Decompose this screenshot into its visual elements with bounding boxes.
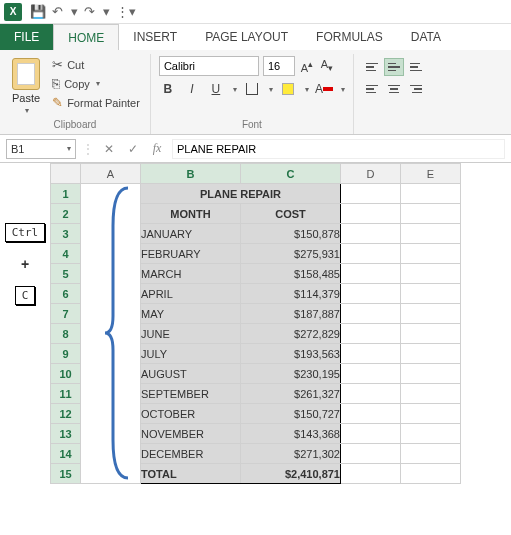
cell-e11[interactable] <box>401 384 461 404</box>
increase-font-button[interactable]: A▴ <box>299 58 315 74</box>
tab-file[interactable]: FILE <box>0 24 53 50</box>
insert-function-button[interactable]: fx <box>148 141 166 156</box>
border-button[interactable] <box>243 80 261 98</box>
cell-e9[interactable] <box>401 344 461 364</box>
row-header-2[interactable]: 2 <box>51 204 81 224</box>
tab-data[interactable]: DATA <box>397 24 455 50</box>
paste-dropdown-icon[interactable]: ▾ <box>25 106 29 115</box>
copy-button[interactable]: ⎘ Copy ▾ <box>50 75 142 92</box>
row-header-6[interactable]: 6 <box>51 284 81 304</box>
cell-month-8[interactable]: JUNE <box>141 324 241 344</box>
cell-total-value[interactable]: $2,410,871 <box>241 464 341 484</box>
cell-d3[interactable] <box>341 224 401 244</box>
cell-month-5[interactable]: MARCH <box>141 264 241 284</box>
cell-e4[interactable] <box>401 244 461 264</box>
row-header-4[interactable]: 4 <box>51 244 81 264</box>
cell-month-9[interactable]: JULY <box>141 344 241 364</box>
row-header-12[interactable]: 12 <box>51 404 81 424</box>
decrease-font-button[interactable]: A▾ <box>319 58 335 74</box>
cell-cost-5[interactable]: $158,485 <box>241 264 341 284</box>
tab-insert[interactable]: INSERT <box>119 24 191 50</box>
redo-dropdown-icon[interactable]: ▾ <box>103 4 110 19</box>
undo-dropdown-icon[interactable]: ▾ <box>71 4 78 19</box>
cell-cost-13[interactable]: $143,368 <box>241 424 341 444</box>
cell-cost-8[interactable]: $272,829 <box>241 324 341 344</box>
cell-e2[interactable] <box>401 204 461 224</box>
paste-button[interactable]: Paste ▾ <box>8 56 44 117</box>
cell-total-label[interactable]: TOTAL <box>141 464 241 484</box>
row-header-9[interactable]: 9 <box>51 344 81 364</box>
cell-cost-6[interactable]: $114,379 <box>241 284 341 304</box>
worksheet-grid[interactable]: A B C D E 1PLANE REPAIR2MONTHCOST3JANUAR… <box>50 163 461 484</box>
name-box[interactable]: B1 ▾ <box>6 139 76 159</box>
font-color-button[interactable]: A <box>315 80 333 98</box>
cell-a1[interactable] <box>81 184 141 484</box>
row-header-8[interactable]: 8 <box>51 324 81 344</box>
cell-month-14[interactable]: DECEMBER <box>141 444 241 464</box>
enter-formula-button[interactable]: ✓ <box>124 142 142 156</box>
font-color-dropdown-icon[interactable]: ▾ <box>341 85 345 94</box>
cell-d9[interactable] <box>341 344 401 364</box>
border-dropdown-icon[interactable]: ▾ <box>269 85 273 94</box>
cell-month-7[interactable]: MAY <box>141 304 241 324</box>
italic-button[interactable]: I <box>183 80 201 98</box>
fill-color-button[interactable] <box>279 80 297 98</box>
col-header-d[interactable]: D <box>341 164 401 184</box>
cell-d4[interactable] <box>341 244 401 264</box>
cell-e6[interactable] <box>401 284 461 304</box>
col-header-a[interactable]: A <box>81 164 141 184</box>
cell-d13[interactable] <box>341 424 401 444</box>
font-name-input[interactable] <box>159 56 259 76</box>
bold-button[interactable]: B <box>159 80 177 98</box>
row-header-3[interactable]: 3 <box>51 224 81 244</box>
cell-d7[interactable] <box>341 304 401 324</box>
cell-d2[interactable] <box>341 204 401 224</box>
align-left-button[interactable] <box>362 80 382 98</box>
col-header-b[interactable]: B <box>141 164 241 184</box>
tab-home[interactable]: HOME <box>53 24 119 50</box>
cell-e1[interactable] <box>401 184 461 204</box>
cancel-formula-button[interactable]: ✕ <box>100 142 118 156</box>
cell-d15[interactable] <box>341 464 401 484</box>
cell-e12[interactable] <box>401 404 461 424</box>
select-all-corner[interactable] <box>51 164 81 184</box>
cell-month-3[interactable]: JANUARY <box>141 224 241 244</box>
cut-button[interactable]: ✂ Cut <box>50 56 142 73</box>
cell-e8[interactable] <box>401 324 461 344</box>
col-header-e[interactable]: E <box>401 164 461 184</box>
row-header-13[interactable]: 13 <box>51 424 81 444</box>
customize-qat-icon[interactable]: ⋮▾ <box>116 4 136 19</box>
cell-cost-10[interactable]: $230,195 <box>241 364 341 384</box>
row-header-10[interactable]: 10 <box>51 364 81 384</box>
cell-e10[interactable] <box>401 364 461 384</box>
undo-icon[interactable]: ↶ <box>52 4 63 19</box>
cell-d6[interactable] <box>341 284 401 304</box>
cell-cost-11[interactable]: $261,327 <box>241 384 341 404</box>
cell-cost-14[interactable]: $271,302 <box>241 444 341 464</box>
name-box-dropdown-icon[interactable]: ▾ <box>67 144 71 153</box>
row-header-11[interactable]: 11 <box>51 384 81 404</box>
cell-e7[interactable] <box>401 304 461 324</box>
cell-d14[interactable] <box>341 444 401 464</box>
cell-header-cost[interactable]: COST <box>241 204 341 224</box>
formula-input[interactable] <box>172 139 505 159</box>
cell-title[interactable]: PLANE REPAIR <box>141 184 341 204</box>
tab-formulas[interactable]: FORMULAS <box>302 24 397 50</box>
cell-month-10[interactable]: AUGUST <box>141 364 241 384</box>
cell-month-12[interactable]: OCTOBER <box>141 404 241 424</box>
cell-cost-12[interactable]: $150,727 <box>241 404 341 424</box>
align-bottom-button[interactable] <box>406 58 426 76</box>
align-middle-button[interactable] <box>384 58 404 76</box>
col-header-c[interactable]: C <box>241 164 341 184</box>
cell-cost-9[interactable]: $193,563 <box>241 344 341 364</box>
format-painter-button[interactable]: ✎ Format Painter <box>50 94 142 111</box>
align-center-button[interactable] <box>384 80 404 98</box>
cell-d10[interactable] <box>341 364 401 384</box>
copy-dropdown-icon[interactable]: ▾ <box>96 79 100 88</box>
cell-cost-4[interactable]: $275,931 <box>241 244 341 264</box>
fill-dropdown-icon[interactable]: ▾ <box>305 85 309 94</box>
cell-d11[interactable] <box>341 384 401 404</box>
cell-e3[interactable] <box>401 224 461 244</box>
cell-month-11[interactable]: SEPTEMBER <box>141 384 241 404</box>
cell-e14[interactable] <box>401 444 461 464</box>
